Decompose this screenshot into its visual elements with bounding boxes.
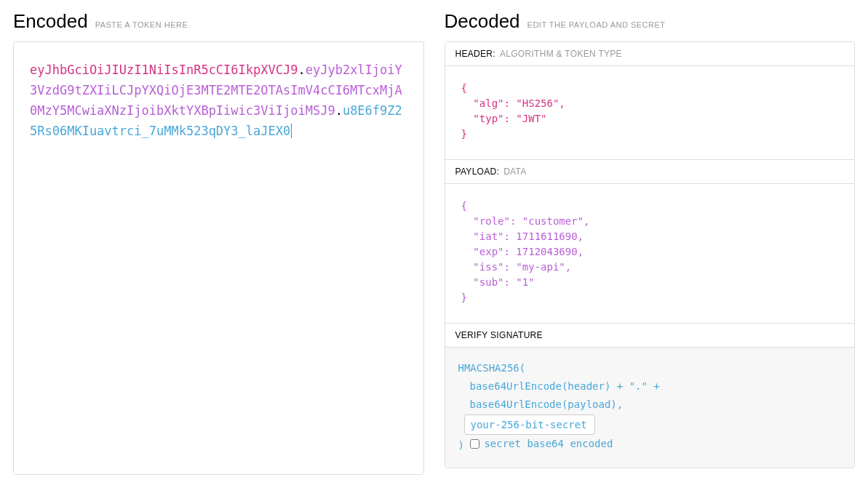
token-header-part: eyJhbGciOiJIUzI1NiIsInR5cCI6IkpXVCJ9 <box>30 63 298 77</box>
token-dot-2: . <box>335 103 343 118</box>
decoded-subtitle: EDIT THE PAYLOAD AND SECRET <box>527 20 666 29</box>
signature-label: VERIFY SIGNATURE <box>455 330 543 340</box>
signature-line-2: base64UrlEncode(header) + "." + <box>458 377 660 396</box>
token-dot-1: . <box>298 63 305 77</box>
secret-input[interactable] <box>464 414 595 435</box>
secret-base64-checkbox[interactable] <box>470 439 479 449</box>
header-label: HEADER: <box>455 49 495 59</box>
decoded-title-row: Decoded EDIT THE PAYLOAD AND SECRET <box>445 10 856 33</box>
decoded-panel: HEADER: ALGORITHM & TOKEN TYPE { "alg": … <box>445 41 856 468</box>
payload-hint: DATA <box>503 167 526 177</box>
payload-json-editor[interactable]: { "role": "customer", "iat": 1711611690,… <box>445 184 855 324</box>
decoded-column: Decoded EDIT THE PAYLOAD AND SECRET HEAD… <box>445 10 856 475</box>
encoded-column: Encoded PASTE A TOKEN HERE eyJhbGciOiJIU… <box>13 10 424 475</box>
header-section-title: HEADER: ALGORITHM & TOKEN TYPE <box>445 42 855 66</box>
header-json-editor[interactable]: { "alg": "HS256", "typ": "JWT" } <box>445 66 855 160</box>
decoded-title: Decoded <box>445 10 520 33</box>
encoded-title: Encoded <box>13 10 88 33</box>
signature-line-1: HMACSHA256( <box>458 359 842 377</box>
signature-section-body: HMACSHA256(base64UrlEncode(header) + "."… <box>445 348 855 468</box>
encoded-title-row: Encoded PASTE A TOKEN HERE <box>13 10 424 33</box>
signature-close-paren: ) <box>458 439 464 451</box>
payload-section-title: PAYLOAD: DATA <box>445 160 855 184</box>
encoded-subtitle: PASTE A TOKEN HERE <box>95 20 188 29</box>
signature-line-3: base64UrlEncode(payload), <box>458 396 624 414</box>
secret-base64-label: secret base64 encoded <box>484 435 613 453</box>
header-hint: ALGORITHM & TOKEN TYPE <box>500 49 622 59</box>
signature-section-title: VERIFY SIGNATURE <box>445 324 855 348</box>
encoded-token-input[interactable]: eyJhbGciOiJIUzI1NiIsInR5cCI6IkpXVCJ9.eyJ… <box>13 41 424 475</box>
payload-label: PAYLOAD: <box>455 167 500 177</box>
text-cursor <box>291 124 292 138</box>
